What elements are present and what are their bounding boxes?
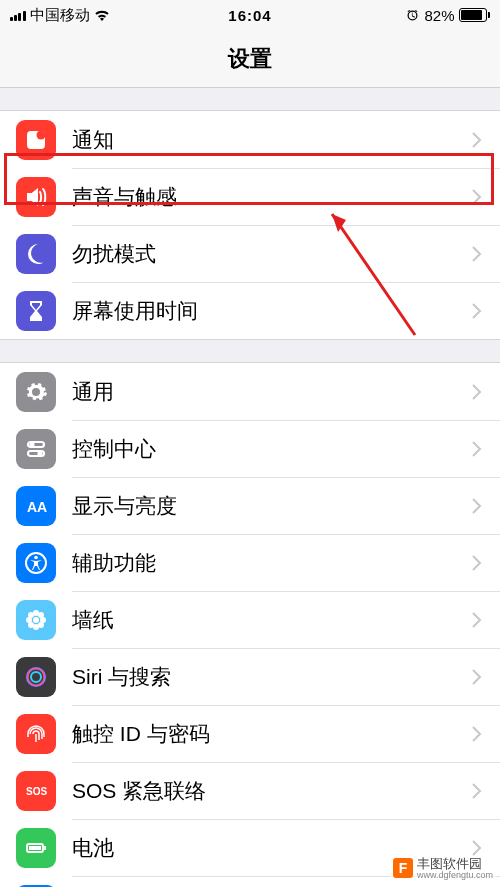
chevron-right-icon <box>472 498 482 514</box>
watermark-text: 丰图软件园 <box>417 857 493 871</box>
status-bar: 中国移动 16:04 82% <box>0 0 500 30</box>
svg-rect-23 <box>44 846 46 850</box>
row-siri[interactable]: Siri 与搜索 <box>0 648 500 705</box>
spacer <box>0 88 500 110</box>
svg-text:AA: AA <box>27 499 47 515</box>
chevron-right-icon <box>472 555 482 571</box>
row-label: 显示与亮度 <box>72 492 472 520</box>
svg-point-18 <box>27 668 45 686</box>
row-sos[interactable]: SOS SOS 紧急联络 <box>0 762 500 819</box>
row-label: Siri 与搜索 <box>72 663 472 691</box>
siri-icon <box>16 657 56 697</box>
row-label: 通知 <box>72 126 472 154</box>
watermark-logo: F <box>393 858 413 878</box>
accessibility-icon <box>16 543 56 583</box>
battery-icon <box>459 8 491 22</box>
sos-icon: SOS <box>16 771 56 811</box>
row-touchid[interactable]: 触控 ID 与密码 <box>0 705 500 762</box>
status-right: 82% <box>330 7 490 24</box>
wifi-icon <box>94 9 110 21</box>
nav-header: 设置 <box>0 30 500 88</box>
signal-icon <box>10 9 26 21</box>
chevron-right-icon <box>472 612 482 628</box>
row-accessibility[interactable]: 辅助功能 <box>0 534 500 591</box>
chevron-right-icon <box>472 441 482 457</box>
speaker-icon <box>16 177 56 217</box>
alarm-icon <box>405 8 420 23</box>
row-general[interactable]: 通用 <box>0 363 500 420</box>
row-display[interactable]: AA 显示与亮度 <box>0 477 500 534</box>
gear-icon <box>16 372 56 412</box>
row-label: 墙纸 <box>72 606 472 634</box>
row-label: 控制中心 <box>72 435 472 463</box>
svg-point-16 <box>28 622 34 628</box>
svg-point-9 <box>33 617 39 623</box>
row-label: 通用 <box>72 378 472 406</box>
row-sounds[interactable]: 声音与触感 <box>0 168 500 225</box>
svg-point-1 <box>37 130 46 139</box>
row-screentime[interactable]: 屏幕使用时间 <box>0 282 500 339</box>
chevron-right-icon <box>472 669 482 685</box>
row-label: 声音与触感 <box>72 183 472 211</box>
settings-group-1: 通知 声音与触感 勿扰模式 屏幕使用时间 <box>0 110 500 340</box>
svg-point-3 <box>31 443 34 446</box>
chevron-right-icon <box>472 303 482 319</box>
moon-icon <box>16 234 56 274</box>
row-label: 勿扰模式 <box>72 240 472 268</box>
carrier-label: 中国移动 <box>30 6 90 25</box>
svg-point-5 <box>39 452 42 455</box>
row-notifications[interactable]: 通知 <box>0 111 500 168</box>
chevron-right-icon <box>472 783 482 799</box>
svg-rect-24 <box>29 846 41 850</box>
chevron-right-icon <box>472 246 482 262</box>
chevron-right-icon <box>472 189 482 205</box>
hourglass-icon <box>16 291 56 331</box>
row-label: 辅助功能 <box>72 549 472 577</box>
switches-icon <box>16 429 56 469</box>
row-label: 屏幕使用时间 <box>72 297 472 325</box>
row-label: 触控 ID 与密码 <box>72 720 472 748</box>
svg-text:SOS: SOS <box>26 786 47 797</box>
flower-icon <box>16 600 56 640</box>
svg-point-15 <box>38 612 44 618</box>
notification-icon <box>16 120 56 160</box>
chevron-right-icon <box>472 384 482 400</box>
watermark-url: www.dgfengtu.com <box>417 871 493 880</box>
battery-icon <box>16 828 56 868</box>
settings-group-2: 通用 控制中心 AA 显示与亮度 辅助功能 墙纸 Siri 与搜索 <box>0 362 500 887</box>
page-title: 设置 <box>228 44 272 74</box>
svg-point-14 <box>28 612 34 618</box>
chevron-right-icon <box>472 840 482 856</box>
aa-icon: AA <box>16 486 56 526</box>
status-left: 中国移动 <box>10 6 170 25</box>
chevron-right-icon <box>472 726 482 742</box>
status-time: 16:04 <box>170 7 330 24</box>
svg-point-17 <box>38 622 44 628</box>
row-control-center[interactable]: 控制中心 <box>0 420 500 477</box>
chevron-right-icon <box>472 132 482 148</box>
fingerprint-icon <box>16 714 56 754</box>
spacer <box>0 340 500 362</box>
svg-point-19 <box>31 672 41 682</box>
row-wallpaper[interactable]: 墙纸 <box>0 591 500 648</box>
battery-pct: 82% <box>424 7 454 24</box>
svg-point-8 <box>34 555 38 559</box>
watermark: F 丰图软件园 www.dgfengtu.com <box>390 856 496 881</box>
row-label: SOS 紧急联络 <box>72 777 472 805</box>
row-dnd[interactable]: 勿扰模式 <box>0 225 500 282</box>
